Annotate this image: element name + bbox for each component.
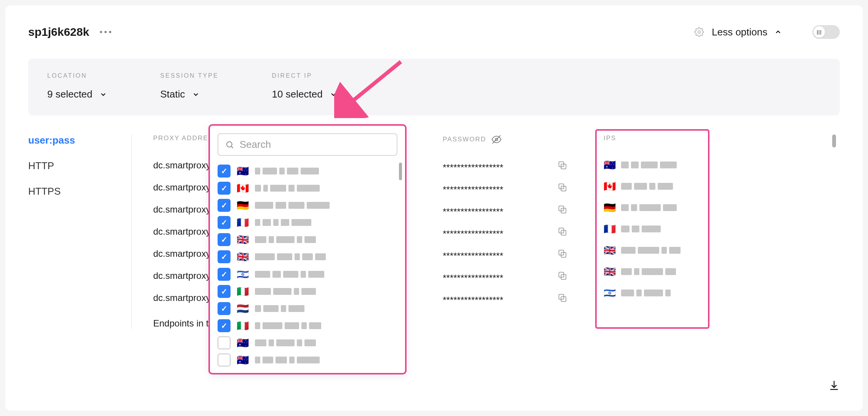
copy-button[interactable] [557, 287, 595, 309]
checkbox-checked[interactable]: ✓ [218, 250, 231, 263]
copy-button[interactable] [557, 243, 595, 265]
less-options-toggle[interactable]: Less options [712, 26, 782, 38]
checkbox-checked[interactable]: ✓ [218, 216, 231, 229]
less-options-label: Less options [712, 26, 767, 38]
download-icon [828, 379, 840, 391]
annotation-arrow [334, 57, 410, 118]
main-card: sp1j6k628k Less options LOCATION 9 selec [5, 5, 863, 411]
copy-icon [557, 270, 568, 281]
checkbox-checked[interactable]: ✓ [218, 302, 231, 315]
flag-icon: 🇫🇷 [604, 224, 616, 234]
dropdown-item[interactable]: ✓🇩🇪 [218, 197, 403, 213]
dropdown-list: ✓🇦🇺✓🇨🇦✓🇩🇪✓🇫🇷✓🇬🇧✓🇬🇧✓🇮🇱✓🇮🇹✓🇳🇱✓🇮🇹🇦🇺🇦🇺 [218, 163, 403, 368]
dropdown-item[interactable]: ✓🇨🇦 [218, 180, 403, 196]
dropdown-item[interactable]: ✓🇮🇱 [218, 266, 403, 282]
copy-icon [557, 248, 568, 259]
password-row: ***************** [443, 289, 557, 311]
copy-button[interactable] [557, 265, 595, 287]
filter-direct-ip-value[interactable]: 10 selected [272, 88, 337, 100]
flag-icon: 🇮🇹 [237, 321, 249, 331]
svg-line-20 [231, 146, 233, 148]
dropdown-item[interactable]: ✓🇬🇧 [218, 249, 403, 265]
ip-row: 🇬🇧 [604, 261, 701, 282]
filter-location: LOCATION 9 selected [47, 72, 107, 100]
filter-session-type: SESSION TYPE Static [160, 72, 219, 100]
gear-icon[interactable] [694, 27, 704, 37]
copy-button[interactable] [557, 221, 595, 243]
tab-userpass[interactable]: user:pass [28, 134, 131, 146]
chevron-up-icon [774, 28, 782, 36]
filter-direct-ip: DIRECT IP 10 selected [272, 72, 337, 100]
svg-point-19 [227, 142, 232, 147]
eye-off-icon[interactable] [492, 134, 501, 144]
download-button[interactable] [828, 379, 840, 392]
checkbox-unchecked[interactable] [218, 354, 231, 366]
flag-icon: 🇮🇱 [604, 288, 616, 298]
ip-row: 🇫🇷 [604, 218, 701, 240]
password-row: ***************** [443, 267, 557, 289]
filter-location-label: LOCATION [47, 72, 107, 79]
flag-icon: 🇩🇪 [237, 200, 249, 210]
flag-icon: 🇮🇹 [237, 286, 249, 296]
toggle-switch[interactable] [812, 25, 840, 39]
flag-icon: 🇦🇺 [604, 160, 616, 170]
copy-button[interactable] [557, 198, 595, 221]
copy-button[interactable] [557, 176, 595, 198]
password-row: ***************** [443, 245, 557, 267]
ip-row: 🇮🇱 [604, 282, 701, 304]
password-row: ***************** [443, 201, 557, 223]
chevron-down-icon [192, 91, 200, 98]
checkbox-checked[interactable]: ✓ [218, 268, 231, 281]
dropdown-item[interactable]: ✓🇬🇧 [218, 232, 403, 248]
checkbox-checked[interactable]: ✓ [218, 182, 231, 195]
chevron-down-icon [99, 91, 107, 98]
flag-icon: 🇩🇪 [604, 203, 616, 213]
col-header-ips: IPS [604, 134, 701, 142]
flag-icon: 🇦🇺 [237, 166, 249, 176]
checkbox-checked[interactable]: ✓ [218, 285, 231, 298]
content-row: user:pass HTTP HTTPS PROXY ADDRESS dc.sm… [28, 134, 840, 329]
filter-session-type-value[interactable]: Static [160, 88, 219, 100]
dropdown-scrollbar[interactable] [399, 163, 402, 180]
checkbox-checked[interactable]: ✓ [218, 165, 231, 178]
filter-location-value[interactable]: 9 selected [47, 88, 107, 100]
header-left: sp1j6k628k [28, 26, 111, 38]
flag-icon: 🇬🇧 [237, 235, 249, 245]
search-input[interactable] [240, 139, 390, 150]
checkbox-unchecked[interactable] [218, 336, 231, 349]
dropdown-item[interactable]: 🇦🇺 [218, 335, 403, 351]
copy-icon [557, 226, 568, 237]
copy-icon [557, 160, 568, 171]
filter-session-type-label: SESSION TYPE [160, 72, 219, 79]
svg-point-0 [698, 31, 701, 34]
flag-icon: 🇫🇷 [237, 218, 249, 227]
svg-line-18 [346, 62, 401, 107]
checkbox-checked[interactable]: ✓ [218, 199, 231, 212]
password-row: ***************** [443, 157, 557, 179]
dropdown-item[interactable]: ✓🇳🇱 [218, 300, 403, 317]
flag-icon: 🇬🇧 [237, 252, 249, 262]
tab-https[interactable]: HTTPS [28, 186, 131, 197]
col-ips-highlighted: IPS 🇦🇺🇨🇦🇩🇪🇫🇷🇬🇧🇬🇧🇮🇱 [595, 129, 709, 329]
flag-icon: 🇬🇧 [604, 245, 616, 255]
dropdown-item[interactable]: 🇦🇺 [218, 352, 403, 368]
header-row: sp1j6k628k Less options [28, 25, 840, 39]
flag-icon: 🇨🇦 [604, 181, 616, 191]
dropdown-item[interactable]: ✓🇫🇷 [218, 214, 403, 231]
direct-ip-dropdown: ✓🇦🇺✓🇨🇦✓🇩🇪✓🇫🇷✓🇬🇧✓🇬🇧✓🇮🇱✓🇮🇹✓🇳🇱✓🇮🇹🇦🇺🇦🇺 [208, 124, 407, 374]
dropdown-item[interactable]: ✓🇮🇹 [218, 318, 403, 334]
more-menu-icon[interactable] [100, 31, 111, 33]
dropdown-item[interactable]: ✓🇦🇺 [218, 163, 403, 179]
dropdown-item[interactable]: ✓🇮🇹 [218, 283, 403, 299]
copy-icon [557, 182, 568, 193]
tab-http[interactable]: HTTP [28, 160, 131, 172]
copy-button[interactable] [557, 154, 595, 176]
table-scrollbar[interactable] [832, 134, 836, 147]
checkbox-checked[interactable]: ✓ [218, 319, 231, 332]
header-right: Less options [694, 25, 840, 39]
search-wrap [218, 133, 397, 156]
filters-bar: LOCATION 9 selected SESSION TYPE Static … [28, 59, 840, 115]
checkbox-checked[interactable]: ✓ [218, 233, 231, 246]
col-header-password: PASSWORD [443, 134, 557, 144]
copy-icon [557, 204, 568, 215]
